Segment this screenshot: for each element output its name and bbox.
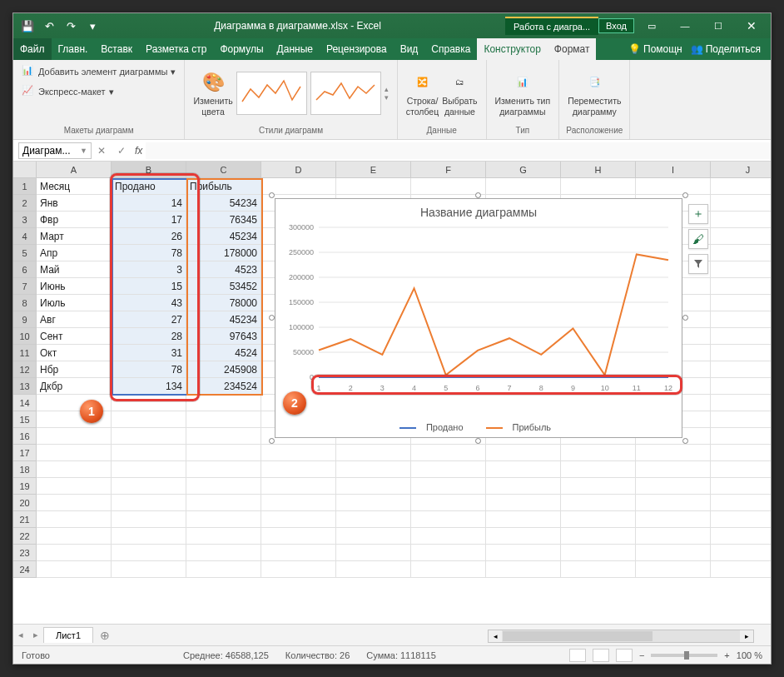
cell-J4[interactable] xyxy=(711,228,771,245)
chart-elements-button[interactable]: ＋ xyxy=(688,204,708,224)
cell-B12[interactable]: 78 xyxy=(112,361,186,378)
cell-F24[interactable] xyxy=(411,561,486,578)
cell-J14[interactable] xyxy=(711,395,771,411)
cell-I20[interactable] xyxy=(636,495,711,511)
cell-D24[interactable] xyxy=(261,561,336,578)
cell-B4[interactable]: 26 xyxy=(112,228,186,245)
cell-H1[interactable] xyxy=(561,178,636,195)
cell-I23[interactable] xyxy=(636,545,711,561)
cell-I1[interactable] xyxy=(636,178,711,195)
cell-B19[interactable] xyxy=(112,478,186,495)
tab-home[interactable]: Главн. xyxy=(52,38,95,60)
row-header-23[interactable]: 23 xyxy=(13,545,37,561)
cell-C24[interactable] xyxy=(186,561,261,578)
cell-J22[interactable] xyxy=(711,528,771,545)
column-header-J[interactable]: J xyxy=(711,162,771,178)
column-header-A[interactable]: A xyxy=(37,162,112,178)
cell-G20[interactable] xyxy=(486,495,561,511)
cell-A5[interactable]: Апр xyxy=(37,245,112,261)
cell-J3[interactable] xyxy=(711,212,771,228)
cell-B20[interactable] xyxy=(112,495,186,511)
cell-B7[interactable]: 15 xyxy=(112,278,186,295)
change-chart-type-button[interactable]: 📊Изменить тип диаграммы xyxy=(495,69,551,116)
cell-J23[interactable] xyxy=(711,545,771,561)
tab-review[interactable]: Рецензирова xyxy=(320,38,394,60)
cell-C19[interactable] xyxy=(186,478,261,495)
cell-B6[interactable]: 3 xyxy=(112,261,186,278)
cell-I17[interactable] xyxy=(636,445,711,461)
cell-C12[interactable]: 245908 xyxy=(186,361,261,378)
sheet-nav-next[interactable]: ▸ xyxy=(28,630,43,640)
maximize-button[interactable]: ☐ xyxy=(702,13,734,38)
cell-B9[interactable]: 27 xyxy=(112,311,186,328)
name-box[interactable]: Диаграм...▼ xyxy=(18,142,92,159)
row-header-12[interactable]: 12 xyxy=(13,361,37,378)
cell-B11[interactable]: 31 xyxy=(112,345,186,361)
tab-formulas[interactable]: Формулы xyxy=(213,38,270,60)
new-sheet-button[interactable]: ⊕ xyxy=(93,629,117,642)
cell-C15[interactable] xyxy=(186,411,261,428)
cell-F20[interactable] xyxy=(411,495,486,511)
cell-A8[interactable]: Июль xyxy=(37,295,112,311)
chart-style-2[interactable] xyxy=(310,72,381,115)
cell-H20[interactable] xyxy=(561,495,636,511)
cell-C14[interactable] xyxy=(186,395,261,411)
cell-A14[interactable] xyxy=(37,395,112,411)
cell-G19[interactable] xyxy=(486,478,561,495)
cell-C21[interactable] xyxy=(186,511,261,528)
cell-A7[interactable]: Июнь xyxy=(37,278,112,295)
cell-J8[interactable] xyxy=(711,295,771,311)
change-colors-button[interactable]: 🎨 Изменить цвета xyxy=(193,69,232,116)
cell-B14[interactable] xyxy=(112,395,186,411)
cell-J6[interactable] xyxy=(711,261,771,278)
row-header-13[interactable]: 13 xyxy=(13,378,37,395)
cell-F21[interactable] xyxy=(411,511,486,528)
cell-J21[interactable] xyxy=(711,511,771,528)
cell-B16[interactable] xyxy=(112,428,186,445)
cell-E18[interactable] xyxy=(336,461,411,478)
row-header-8[interactable]: 8 xyxy=(13,295,37,311)
cell-B10[interactable]: 28 xyxy=(112,328,186,345)
cell-E21[interactable] xyxy=(336,511,411,528)
tab-help[interactable]: Справка xyxy=(424,38,477,60)
column-header-F[interactable]: F xyxy=(411,162,486,178)
tab-chart-format[interactable]: Формат xyxy=(548,38,597,60)
view-page-button[interactable] xyxy=(593,649,609,662)
cell-A19[interactable] xyxy=(37,478,112,495)
cell-G21[interactable] xyxy=(486,511,561,528)
row-header-15[interactable]: 15 xyxy=(13,411,37,428)
cell-D23[interactable] xyxy=(261,545,336,561)
column-header-C[interactable]: C xyxy=(186,162,261,178)
chart-object[interactable]: Название диаграммы 050000100000150000200… xyxy=(275,198,682,438)
cell-C1[interactable]: Прибыль xyxy=(186,178,261,195)
share-button[interactable]: 👥 Поделиться xyxy=(691,43,761,55)
cell-B22[interactable] xyxy=(112,528,186,545)
cell-H24[interactable] xyxy=(561,561,636,578)
zoom-out-button[interactable]: − xyxy=(639,650,644,660)
cell-D20[interactable] xyxy=(261,495,336,511)
cell-H17[interactable] xyxy=(561,445,636,461)
cell-G1[interactable] xyxy=(486,178,561,195)
style-gallery-arrows[interactable]: ▴▾ xyxy=(385,85,389,102)
cell-C5[interactable]: 178000 xyxy=(186,245,261,261)
chart-filters-button[interactable] xyxy=(688,254,708,274)
cell-J10[interactable] xyxy=(711,328,771,345)
cell-E19[interactable] xyxy=(336,478,411,495)
view-normal-button[interactable] xyxy=(569,649,586,662)
cell-G18[interactable] xyxy=(486,461,561,478)
cell-A13[interactable]: Дкбр xyxy=(37,378,112,395)
cell-C23[interactable] xyxy=(186,545,261,561)
tab-layout[interactable]: Разметка стр xyxy=(139,38,213,60)
column-header-H[interactable]: H xyxy=(561,162,636,178)
cell-J9[interactable] xyxy=(711,311,771,328)
zoom-in-button[interactable]: + xyxy=(724,650,729,660)
zoom-level[interactable]: 100 % xyxy=(737,650,762,660)
cell-J19[interactable] xyxy=(711,478,771,495)
row-header-4[interactable]: 4 xyxy=(13,228,37,245)
cell-B15[interactable] xyxy=(112,411,186,428)
cell-G24[interactable] xyxy=(486,561,561,578)
cell-A3[interactable]: Фвр xyxy=(37,212,112,228)
cell-J17[interactable] xyxy=(711,445,771,461)
cell-A12[interactable]: Нбр xyxy=(37,361,112,378)
cell-F18[interactable] xyxy=(411,461,486,478)
